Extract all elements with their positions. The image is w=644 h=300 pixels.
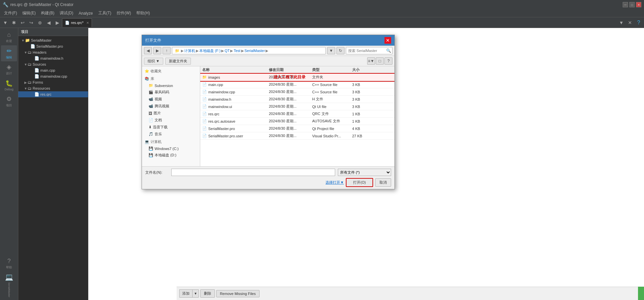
tree-item-resources[interactable]: ▼ 🗂 Resources: [18, 85, 88, 91]
tree-item-mainwindow-h[interactable]: 📄 mainwindow.h: [18, 55, 88, 61]
tree-item-sources[interactable]: ▼ 🗂 Sources: [18, 61, 88, 67]
tab-arrow-button[interactable]: ▼: [617, 19, 625, 27]
lib-item-baofeng[interactable]: 🎬 暴风码码: [142, 89, 200, 96]
sidebar-icon-debug[interactable]: 🐛 Debug: [1, 77, 17, 93]
tree-item-res-qrc[interactable]: 📄 res.qrc: [18, 91, 88, 97]
sidebar-label-edit: 编辑: [6, 55, 12, 60]
col-date[interactable]: 修改日期: [267, 67, 310, 72]
toolbar-button-7[interactable]: ▶: [53, 19, 61, 27]
favorites-header[interactable]: ⭐ 收藏夹: [142, 68, 200, 75]
tree-item-serialmaster[interactable]: ▼ 📁 SerialMaster: [18, 37, 88, 43]
add-dropdown-arrow[interactable]: ▼: [192, 289, 199, 298]
menu-item-控件(W)[interactable]: 控件(W): [114, 10, 134, 17]
sidebar-icon-project[interactable]: ⚙ 项目: [1, 93, 17, 109]
close-window-button[interactable]: ✕: [636, 2, 641, 7]
dialog-back-button[interactable]: ◀: [144, 47, 152, 54]
lib-item-xunlei[interactable]: ⬇ 迅雷下载: [142, 124, 200, 131]
file-row-autosave[interactable]: 📄 res.qrc.autosave 2024/8/30 星期... AUTOS…: [200, 118, 394, 125]
file-row-pro-user[interactable]: 📄 SerialMaster.pro.user 2024/8/30 星期... …: [200, 132, 394, 140]
lib-item-label4: 腾讯视频: [155, 104, 169, 109]
menu-item-工具(T)[interactable]: 工具(T): [96, 10, 114, 17]
dialog-path-dropdown[interactable]: ▼: [327, 47, 335, 54]
dialog-search-input[interactable]: [346, 47, 392, 54]
dialog-choose-button[interactable]: 选择打开▼: [325, 180, 344, 185]
file-row-main-cpp[interactable]: 📄 main.cpp 2024/8/30 星期... C++ Source fi…: [200, 81, 394, 88]
menu-item-文件(F)[interactable]: 文件(F): [1, 10, 20, 17]
file-row-pro[interactable]: 📄 SerialMaster.pro 2024/8/30 星期... Qt Pr…: [200, 125, 394, 132]
sidebar-label-debug: Debug: [5, 88, 14, 91]
menu-item-帮助(H)[interactable]: 帮助(H): [134, 10, 153, 17]
file-name: main.cpp: [208, 83, 223, 87]
file-row-res-qrc[interactable]: 📄 res.qrc 2024/8/30 星期... QRC 文件 1 KB: [200, 110, 394, 118]
menu-item-Analyze[interactable]: Analyze: [76, 10, 96, 16]
path-serialmaster[interactable]: SerialMaster: [245, 49, 265, 53]
title-bar-left: 🔧 res.qrc @ SerialMaster - Qt Creator: [3, 2, 74, 7]
toolbar-close-button[interactable]: ✕: [626, 19, 634, 27]
sidebar-icon-help[interactable]: ? 帮助: [1, 256, 17, 272]
dialog-cancel-button[interactable]: 取消: [375, 178, 391, 187]
dialog-filename-input[interactable]: [171, 169, 335, 176]
col-type[interactable]: 类型: [310, 67, 350, 72]
add-button[interactable]: 添加: [179, 289, 192, 298]
col-size[interactable]: 大小: [350, 67, 370, 72]
toolbar-button-2[interactable]: ✱: [10, 19, 18, 27]
dialog-fwd-button[interactable]: ▶: [153, 47, 161, 54]
active-tab[interactable]: 📄 res.qrc* ✕: [62, 18, 92, 27]
toolbar-button-1[interactable]: ▼: [1, 19, 9, 27]
dialog-path-bar[interactable]: 📁 ▶ 计算机 ▶ 本地磁盘 (F:) ▶ QT ▶ Test ▶ Serial…: [172, 47, 326, 54]
tree-item-pro[interactable]: 📄 SerialMaster.pro: [18, 43, 88, 49]
dialog-up-button[interactable]: ↑: [163, 47, 171, 54]
toolbar-button-3[interactable]: ↩: [19, 19, 27, 27]
headers-icon: 🗂: [28, 50, 32, 55]
delete-button[interactable]: 删除: [200, 289, 215, 298]
dialog-close-button[interactable]: ✕: [384, 37, 391, 44]
col-name[interactable]: 名称: [200, 67, 267, 72]
lib-item-label5: 图片: [154, 111, 161, 116]
file-row-mainwindow-h[interactable]: 📄 mainwindow.h 2024/8/30 星期... H 文件 3 KB: [200, 96, 394, 103]
lib-item-images[interactable]: 🖼 图片: [142, 110, 200, 117]
toolbar-button-4[interactable]: ↪: [27, 19, 35, 27]
lib-item-subversion[interactable]: 📁 Subversion: [142, 82, 200, 89]
menu-item-编辑(E)[interactable]: 编辑(E): [20, 10, 38, 17]
lib-item-music[interactable]: 🎵 音乐: [142, 131, 200, 138]
dialog-open-button[interactable]: 打开(O): [346, 178, 373, 187]
file-size4: 3 KB: [350, 105, 370, 109]
toolbar-button-5[interactable]: ⊕: [36, 19, 44, 27]
path-qt[interactable]: QT: [225, 49, 230, 53]
toolbar-button-6[interactable]: ◀: [45, 19, 53, 27]
path-drive[interactable]: 本地磁盘 (F:): [199, 48, 221, 53]
app-icon: 🔧: [3, 2, 8, 7]
computer-item-d[interactable]: 💾 本地磁盘 (D:): [142, 152, 200, 159]
sidebar-icon-design[interactable]: ◈ 设计: [1, 61, 17, 77]
favorites-label: 收藏夹: [151, 69, 162, 74]
tree-item-main-cpp[interactable]: 📄 main.cpp: [18, 67, 88, 73]
lib-item-video[interactable]: 📹 视频: [142, 96, 200, 103]
organize-button[interactable]: 组织 ▼: [144, 58, 163, 65]
tree-item-headers[interactable]: ▼ 🗂 Headers: [18, 49, 88, 55]
tree-item-forms[interactable]: ▶ 🗂 Forms: [18, 79, 88, 85]
menu-item-构建(B)[interactable]: 构建(B): [38, 10, 57, 17]
lib-item-tencent[interactable]: 📹 腾讯视频: [142, 103, 200, 110]
sidebar-icon-welcome[interactable]: ⌂ 欢迎: [1, 29, 17, 45]
computer-item-c[interactable]: 💾 Windows7 (C:): [142, 145, 200, 152]
sidebar-icon-edit[interactable]: ✏ 编辑: [1, 45, 17, 61]
maximize-button[interactable]: □: [629, 2, 635, 7]
view-options[interactable]: ≡▼ □ ?: [367, 57, 392, 65]
dialog-refresh-button[interactable]: ↻: [336, 47, 344, 54]
tab-close-icon[interactable]: ✕: [86, 21, 89, 25]
library-header[interactable]: 📚 库: [142, 75, 200, 82]
menu-item-调试(D)[interactable]: 调试(D): [57, 10, 76, 17]
minimize-button[interactable]: ─: [623, 2, 628, 7]
computer-header[interactable]: 💻 计算机: [142, 138, 200, 145]
file-row-mainwindow-cpp[interactable]: 📄 mainwindow.cpp 2024/8/30 星期... C++ Sou…: [200, 88, 394, 96]
dialog-filetype-select[interactable]: 所有文件 (*): [338, 169, 391, 176]
path-test[interactable]: Test: [234, 49, 240, 53]
new-folder-button[interactable]: 新建文件夹: [165, 58, 191, 65]
tree-item-mainwindow-cpp[interactable]: 📄 mainwindow.cpp: [18, 73, 88, 79]
toolbar-help-button[interactable]: ?: [635, 19, 643, 27]
file-row-images[interactable]: 📁 images 2024/8/30 星期... 文件夹 进入工程下此目录: [200, 74, 394, 81]
path-computer[interactable]: 计算机: [184, 48, 195, 53]
remove-missing-button[interactable]: Remove Missing Files: [216, 290, 260, 297]
file-row-mainwindow-ui[interactable]: 📄 mainwindow.ui 2024/8/30 星期... Qt UI fi…: [200, 103, 394, 110]
lib-item-docs[interactable]: 📄 文档: [142, 117, 200, 124]
